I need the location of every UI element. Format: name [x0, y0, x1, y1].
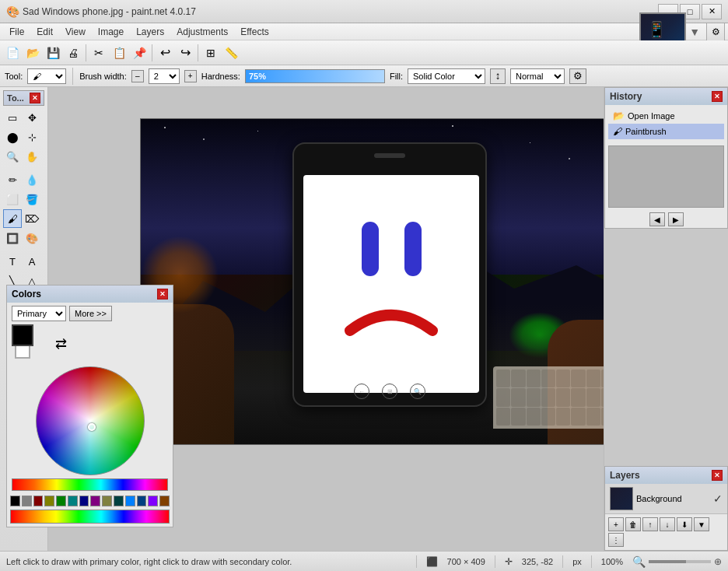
- swap-colors-icon[interactable]: ⇄: [55, 335, 67, 352]
- menu-image[interactable]: Image: [92, 23, 130, 40]
- tool-pencil[interactable]: ✏: [3, 170, 22, 189]
- palette-darkyellow[interactable]: [102, 496, 112, 506]
- toolbar-copy[interactable]: 📋: [110, 44, 128, 62]
- toolbar-redo[interactable]: ↪: [176, 44, 194, 62]
- zoom-slider[interactable]: [649, 560, 711, 563]
- tool-colorpick[interactable]: 💧: [23, 170, 41, 189]
- zoom-in-btn[interactable]: ⊕: [714, 556, 722, 567]
- toolbar-undo[interactable]: ↩: [156, 44, 174, 62]
- colors-title: Colors: [12, 289, 41, 300]
- svg-rect-1: [362, 222, 379, 276]
- palette-gray[interactable]: [22, 496, 32, 506]
- toolbar-settings-btn[interactable]: ⚙: [706, 23, 725, 41]
- colors-close-btn[interactable]: ✕: [157, 289, 168, 300]
- palette-green[interactable]: [56, 496, 66, 506]
- tool-selector[interactable]: 🖌: [27, 68, 66, 84]
- palette-olive[interactable]: [44, 496, 54, 506]
- tool-move[interactable]: ✥: [23, 108, 41, 127]
- layer-item-background[interactable]: Background ✓: [605, 484, 727, 514]
- zoom-out-btn[interactable]: 🔍: [632, 555, 646, 568]
- tool-eraser[interactable]: ⬜: [3, 190, 22, 208]
- colors-more-btn[interactable]: More >>: [69, 306, 112, 321]
- brush-width-select[interactable]: 2: [149, 68, 180, 84]
- window-title: Sad Windows phone.jpg - paint.net 4.0.17: [23, 6, 658, 17]
- menu-adjustments[interactable]: Adjustments: [170, 23, 234, 40]
- tool-select-rect[interactable]: ▭: [3, 108, 22, 127]
- tool-recolor[interactable]: 🎨: [23, 229, 41, 247]
- toolbar-rulers[interactable]: 📏: [222, 44, 240, 62]
- menu-file[interactable]: File: [3, 23, 30, 40]
- brush-width-plus[interactable]: +: [184, 70, 197, 82]
- hardness-bar[interactable]: 75%: [245, 69, 385, 83]
- history-panel: History ✕ 📂 Open Image 🖌 Paintbrush ◀ ▶: [604, 87, 728, 229]
- palette-teal[interactable]: [68, 496, 78, 506]
- toolbox-close[interactable]: ✕: [30, 93, 40, 103]
- palette-black[interactable]: [10, 496, 20, 506]
- layers-up-btn[interactable]: ↑: [642, 517, 658, 531]
- color-gradient-bar[interactable]: [12, 478, 168, 491]
- palette-darkteal[interactable]: [114, 496, 124, 506]
- layers-add-btn[interactable]: +: [608, 517, 624, 531]
- tool-text2[interactable]: A: [23, 252, 41, 271]
- layers-properties-btn[interactable]: ⋮: [608, 533, 624, 547]
- layers-close-btn[interactable]: ✕: [712, 470, 723, 481]
- color-wheel-wrapper: [7, 366, 173, 478]
- history-gray-filler: [608, 145, 724, 208]
- title-bar: 🎨 Sad Windows phone.jpg - paint.net 4.0.…: [0, 0, 728, 23]
- menu-effects[interactable]: Effects: [234, 23, 275, 40]
- palette-brown[interactable]: [159, 496, 170, 506]
- history-close-btn[interactable]: ✕: [712, 91, 723, 102]
- toolbar-cut[interactable]: ✂: [89, 44, 108, 62]
- layers-delete-btn[interactable]: 🗑: [625, 517, 641, 531]
- toolbar-new[interactable]: 📄: [3, 44, 22, 62]
- right-panels: History ✕ 📂 Open Image 🖌 Paintbrush ◀ ▶: [604, 87, 728, 551]
- menu-view[interactable]: View: [59, 23, 92, 40]
- color-wheel[interactable]: [36, 366, 145, 475]
- history-nav-btns: ◀ ▶: [605, 211, 727, 228]
- layers-down-btn[interactable]: ↓: [660, 517, 675, 531]
- colors-hue-bar[interactable]: [10, 510, 170, 524]
- color-mode-select[interactable]: Primary Secondary: [12, 306, 66, 321]
- tool-text[interactable]: T: [3, 252, 22, 271]
- tool-clone[interactable]: 🔲: [3, 229, 22, 247]
- image-dimensions: 700 × 409: [447, 557, 485, 566]
- history-back-btn[interactable]: ◀: [649, 212, 665, 226]
- history-item-open[interactable]: 📂 Open Image: [608, 108, 724, 124]
- tool-zoom[interactable]: 🔍: [3, 147, 22, 166]
- color-controls: Primary Secondary More >>: [7, 303, 173, 324]
- sep3: [198, 44, 198, 61]
- history-item-paintbrush[interactable]: 🖌 Paintbrush: [608, 124, 724, 139]
- layers-merge-btn[interactable]: ⬇: [677, 517, 692, 531]
- layers-flatten-btn[interactable]: ▼: [694, 517, 709, 531]
- palette-navy[interactable]: [79, 496, 89, 506]
- menu-edit[interactable]: Edit: [30, 23, 59, 40]
- zoom-level: 100%: [601, 557, 623, 566]
- toolbar-save[interactable]: 💾: [44, 44, 62, 62]
- brush-width-minus[interactable]: –: [131, 70, 144, 82]
- palette-purple[interactable]: [90, 496, 100, 506]
- palette-blue[interactable]: [125, 496, 135, 506]
- menu-layers[interactable]: Layers: [130, 23, 170, 40]
- tool-move2[interactable]: ⊹: [23, 128, 41, 146]
- tool-fill[interactable]: 🪣: [23, 190, 41, 208]
- toolbar-grid[interactable]: ⊞: [201, 44, 220, 62]
- fill-options-btn[interactable]: ↕: [490, 68, 506, 84]
- tool-eraser2[interactable]: ⌦: [23, 209, 41, 228]
- layer-visible-icon[interactable]: ✓: [713, 492, 723, 505]
- history-open-icon: 📂: [613, 110, 625, 121]
- blend-mode-select[interactable]: Normal: [510, 68, 565, 84]
- tool-paintbrush[interactable]: 🖌: [3, 209, 22, 228]
- toolbar-paste[interactable]: 📌: [130, 44, 149, 62]
- palette-darkblue[interactable]: [137, 496, 147, 506]
- toolbar-open[interactable]: 📂: [23, 44, 42, 62]
- palette-darkred[interactable]: [33, 496, 44, 506]
- primary-color-swatch[interactable]: [12, 324, 33, 346]
- history-fwd-btn[interactable]: ▶: [668, 212, 684, 226]
- close-button[interactable]: ✕: [702, 4, 722, 19]
- tool-pan[interactable]: ✋: [23, 147, 41, 166]
- fill-select[interactable]: Solid Color: [408, 68, 485, 84]
- toolbar-print[interactable]: 🖨: [64, 44, 82, 62]
- palette-violet[interactable]: [148, 496, 158, 506]
- blend-options-btn[interactable]: ⚙: [569, 68, 586, 84]
- tool-lasso[interactable]: ⬤: [3, 128, 22, 146]
